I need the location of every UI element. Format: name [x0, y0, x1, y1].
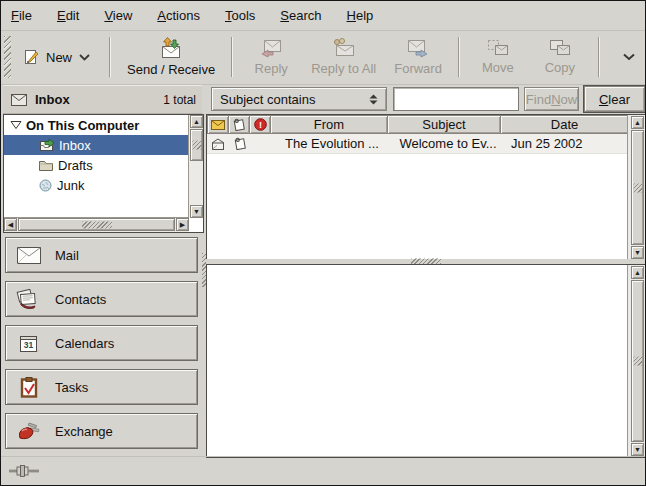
up-arrow-icon: ▲ [634, 119, 641, 126]
tree-item-label: Inbox [59, 138, 91, 153]
shortcut-label: Mail [55, 248, 79, 263]
folder-header[interactable]: Inbox 1 total [3, 85, 204, 114]
tree-vertical-scrollbar[interactable]: ▲ ▼ [188, 115, 203, 218]
toolbar-drag-handle[interactable] [4, 36, 11, 78]
toolbar-overflow-button[interactable] [623, 53, 635, 61]
toolbar-separator [598, 37, 600, 77]
reply-label: Reply [255, 61, 288, 76]
tree-item-junk[interactable]: Junk [4, 175, 189, 195]
scrollbar-thumb[interactable] [631, 130, 644, 245]
reply-to-all-button[interactable]: Reply to All [302, 34, 385, 80]
message-date: Jun 25 2002 [505, 134, 628, 153]
message-list: ! From Subject Date [206, 114, 646, 261]
chevron-down-icon [623, 53, 635, 61]
mail-icon [16, 247, 42, 264]
shortcut-label: Calendars [55, 336, 114, 351]
scroll-down-button[interactable]: ▼ [631, 443, 644, 456]
tree-item-label: On This Computer [26, 118, 139, 133]
column-important[interactable]: ! [249, 115, 271, 134]
menu-tools[interactable]: Tools [225, 8, 255, 23]
folder-icon [38, 159, 54, 172]
move-button[interactable]: Move [467, 35, 529, 79]
reply-icon [259, 38, 283, 58]
reply-to-all-icon [331, 38, 357, 58]
reply-button[interactable]: Reply [240, 34, 302, 80]
up-arrow-icon: ▲ [193, 118, 200, 125]
shortcut-label: Tasks [55, 380, 88, 395]
preview-scrollbar[interactable]: ▲ ▼ [627, 265, 646, 457]
thumb-grip [633, 357, 642, 366]
column-from[interactable]: From [270, 115, 388, 134]
toolbar-separator [109, 37, 111, 77]
envelope-icon [11, 94, 27, 106]
menu-bar: File Edit View Actions Tools Search Help [1, 1, 646, 31]
menu-actions[interactable]: Actions [157, 8, 200, 23]
calendar-icon: 31 [16, 334, 42, 353]
tree-horizontal-scrollbar[interactable]: ◀ ▶ [4, 217, 189, 232]
copy-button[interactable]: Copy [529, 35, 591, 79]
thumb-grip [192, 141, 201, 150]
attachment-note-icon [232, 118, 246, 131]
tree-item-drafts[interactable]: Drafts [4, 155, 189, 175]
tree-item-label: Junk [57, 178, 84, 193]
important-cell [251, 134, 273, 153]
move-icon [487, 39, 509, 57]
send-receive-icon [158, 37, 184, 59]
scrollbar-thumb[interactable] [18, 218, 175, 231]
menu-view[interactable]: View [104, 8, 132, 23]
expander-triangle-icon[interactable] [10, 120, 22, 130]
clear-button[interactable]: Clear [584, 86, 645, 112]
online-status-connector-icon[interactable] [9, 464, 43, 478]
attachment-note-icon [233, 137, 247, 150]
menu-help[interactable]: Help [347, 8, 374, 23]
inbox-icon [38, 138, 55, 152]
scroll-right-button[interactable]: ▶ [176, 218, 189, 231]
column-attachment[interactable] [228, 115, 250, 134]
shortcut-exchange-button[interactable]: Exchange [5, 413, 198, 449]
message-list-header: ! From Subject Date [207, 115, 628, 134]
toolbar-separator [458, 37, 460, 77]
preview-pane[interactable]: ▲ ▼ [206, 264, 646, 458]
scroll-up-button[interactable]: ▲ [190, 115, 203, 128]
scrollbar-thumb[interactable] [631, 280, 644, 442]
calendar-day-text: 31 [24, 340, 34, 350]
find-now-button[interactable]: Find Now [524, 87, 579, 111]
right-arrow-icon: ▶ [180, 221, 185, 228]
forward-button[interactable]: Forward [385, 34, 451, 80]
shortcut-calendars-button[interactable]: 31 Calendars [5, 325, 198, 361]
scrollbar-thumb[interactable] [190, 129, 203, 161]
shortcut-contacts-button[interactable]: Contacts [5, 281, 198, 317]
tree-item-on-this-computer[interactable]: On This Computer [4, 115, 189, 135]
scroll-up-button[interactable]: ▲ [631, 116, 644, 129]
folder-tree-rows: On This Computer Inbox [4, 115, 189, 218]
scroll-up-button[interactable]: ▲ [631, 266, 644, 279]
message-list-scrollbar[interactable]: ▲ ▼ [627, 115, 646, 260]
important-mark-text: ! [259, 120, 262, 130]
column-status[interactable] [207, 115, 229, 134]
column-date[interactable]: Date [500, 115, 628, 134]
shortcut-mail-button[interactable]: Mail [5, 237, 198, 273]
thumb-grip [633, 183, 642, 192]
down-arrow-icon: ▼ [193, 208, 200, 215]
search-input[interactable] [393, 87, 519, 111]
scroll-left-button[interactable]: ◀ [4, 218, 17, 231]
scroll-down-button[interactable]: ▼ [190, 205, 203, 218]
column-subject[interactable]: Subject [387, 115, 501, 134]
down-arrow-icon: ▼ [634, 249, 641, 256]
read-status-cell [207, 134, 229, 153]
search-criteria-dropdown[interactable]: Subject contains [211, 87, 387, 111]
scroll-down-button[interactable]: ▼ [631, 246, 644, 259]
menu-search[interactable]: Search [280, 8, 321, 23]
shortcut-tasks-button[interactable]: Tasks [5, 369, 198, 405]
new-button[interactable]: New [11, 45, 102, 69]
send-receive-button[interactable]: Send / Receive [118, 33, 224, 81]
message-row[interactable]: The Evolution ... Welcome to Ev... Jun 2… [207, 134, 628, 154]
tree-item-inbox[interactable]: Inbox [4, 135, 189, 155]
menu-edit[interactable]: Edit [57, 8, 79, 23]
tasks-icon [16, 377, 42, 398]
shortcut-label: Contacts [55, 292, 106, 307]
message-subject: Welcome to Ev... [391, 134, 505, 153]
new-button-label: New [46, 50, 72, 65]
menu-file[interactable]: File [11, 8, 32, 23]
evolution-window: File Edit View Actions Tools Search Help… [0, 0, 646, 486]
